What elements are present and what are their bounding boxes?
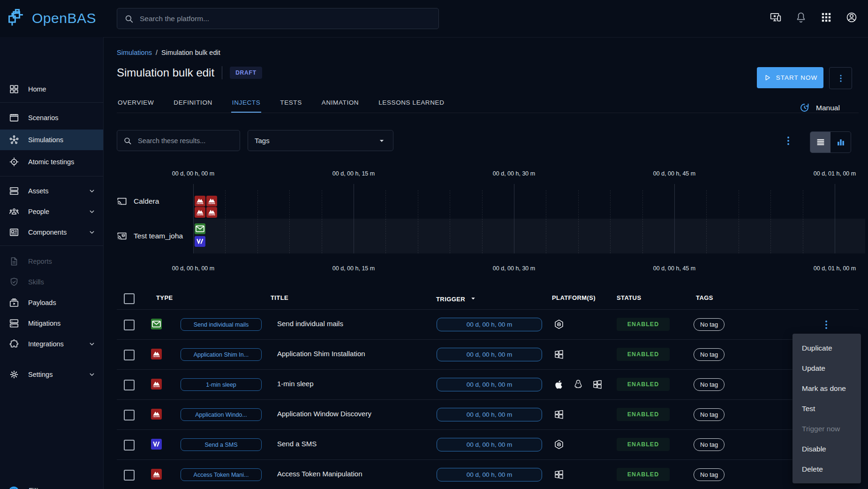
trigger-chip[interactable]: 00 d, 00 h, 00 m: [437, 348, 542, 361]
table-row[interactable]: Send individual mailsSend individual mai…: [117, 310, 859, 340]
inject-title: Send individual mails: [277, 320, 343, 328]
select-all-checkbox[interactable]: [124, 293, 135, 304]
tags-filter-select[interactable]: Tags: [248, 130, 393, 151]
row-checkbox[interactable]: [124, 380, 135, 390]
sidebar-item-simulations[interactable]: Simulations: [0, 130, 103, 150]
table-row[interactable]: CALDERAApplication Windo...Application W…: [117, 400, 859, 430]
platform-icons: [553, 469, 565, 480]
results-search-input[interactable]: [137, 137, 234, 145]
menu-item-mark-as-done[interactable]: Mark as done: [793, 378, 861, 398]
timeline-inject-caldera[interactable]: CALDERA: [195, 207, 205, 218]
sidebar-item-assets[interactable]: Assets: [0, 181, 103, 201]
tab-overview[interactable]: OVERVIEW: [117, 95, 155, 113]
platform-windows-icon: [553, 349, 565, 360]
table-row[interactable]: CALDERAApplication Shim In...Application…: [117, 340, 859, 370]
trigger-chip[interactable]: 00 d, 00 h, 00 m: [437, 468, 542, 481]
sidebar-item-payloads[interactable]: Payloads: [0, 292, 103, 313]
dns-icon: [9, 318, 19, 329]
breadcrumb-current: Simulation bulk edit: [161, 49, 220, 56]
platform-icons: [553, 439, 565, 450]
sidebar-item-people[interactable]: People: [0, 201, 103, 222]
platform-windows-icon: [553, 469, 565, 480]
column-header-label: TRIGGER: [436, 296, 465, 303]
view-toggle-group: [810, 131, 851, 153]
timeline-inject-caldera[interactable]: CALDERA: [206, 207, 217, 218]
menu-item-delete[interactable]: Delete: [793, 459, 861, 479]
sidebar-item-settings[interactable]: Settings: [0, 364, 103, 385]
menu-item-update[interactable]: Update: [793, 358, 861, 378]
row-checkbox[interactable]: [124, 320, 135, 330]
tab-animation[interactable]: ANIMATION: [321, 95, 360, 113]
trigger-chip[interactable]: 00 d, 00 h, 00 m: [437, 318, 542, 331]
sidebar-item-skills[interactable]: Skills: [0, 272, 103, 292]
sidebar-item-atomic-testings[interactable]: Atomic testings: [0, 152, 103, 172]
menu-item-duplicate[interactable]: Duplicate: [793, 338, 861, 358]
sidebar-item-filigran[interactable]: Filigran: [0, 481, 103, 489]
platform-search-input[interactable]: [139, 14, 432, 23]
column-header-tags: TAGS: [696, 294, 713, 301]
timeline-axis-label: 00 d, 00 h, 30 m: [493, 170, 535, 177]
timeline-gridline-minor: [257, 190, 258, 253]
timeline-inject-caldera[interactable]: CALDERA: [195, 196, 205, 206]
tag-chip: No tag: [694, 468, 725, 481]
sidebar-item-home[interactable]: Home: [0, 79, 103, 99]
list-view-button[interactable]: [810, 132, 830, 153]
row-checkbox[interactable]: [124, 350, 135, 360]
row-kebab-button[interactable]: [820, 319, 832, 331]
menu-item-test[interactable]: Test: [793, 398, 861, 419]
row-checkbox[interactable]: [124, 440, 135, 451]
timeline-axis-label: 00 d, 00 h, 15 m: [332, 265, 375, 272]
row-checkbox[interactable]: [124, 470, 135, 481]
trigger-chip[interactable]: 00 d, 00 h, 00 m: [437, 378, 542, 391]
timeline-gridline: [514, 184, 514, 253]
header-kebab-button[interactable]: [829, 67, 852, 89]
inject-type-icon-caldera: CALDERA: [151, 469, 162, 480]
apps-grid-icon[interactable]: [820, 11, 832, 23]
timeline-gridline-minor: [610, 190, 611, 253]
sidebar-item-components[interactable]: Components: [0, 222, 103, 243]
svg-text:CALDERA: CALDERA: [196, 214, 204, 216]
timeline-inject-sms[interactable]: [195, 236, 205, 247]
sidebar-item-scenarios[interactable]: Scenarios: [0, 107, 103, 128]
timeline-gridline: [674, 184, 675, 253]
tab-tests[interactable]: TESTS: [279, 95, 303, 113]
platform-devices-icon[interactable]: [770, 11, 782, 23]
sidebar-item-mitigations[interactable]: Mitigations: [0, 313, 103, 334]
timeline-axis-label: 00 d, 01 h, 00 m: [814, 265, 856, 272]
filters-kebab-button[interactable]: [782, 135, 794, 147]
timeline-row-label[interactable]: Test team_joha: [117, 231, 192, 241]
inject-type-icon-caldera: CALDERA: [151, 349, 162, 359]
trigger-chip[interactable]: 00 d, 00 h, 00 m: [437, 438, 542, 451]
menu-item-disable[interactable]: Disable: [793, 439, 861, 459]
status-chip: ENABLED: [617, 378, 670, 391]
start-now-button[interactable]: START NOW: [757, 67, 823, 88]
table-row[interactable]: CALDERAAccess Token Mani...Access Token …: [117, 460, 859, 489]
openbas-logo[interactable]: OpenBAS: [7, 8, 96, 29]
results-search: [117, 130, 240, 151]
column-header-trigger[interactable]: TRIGGER: [436, 294, 477, 304]
chart-view-button[interactable]: [830, 132, 851, 153]
tab-lessons-learned[interactable]: LESSONS LEARNED: [377, 95, 445, 113]
trigger-chip[interactable]: 00 d, 00 h, 00 m: [437, 408, 542, 421]
breadcrumb-simulations-link[interactable]: Simulations: [117, 49, 152, 56]
tab-definition[interactable]: DEFINITION: [173, 95, 213, 113]
timeline-inject-caldera[interactable]: CALDERA: [206, 196, 217, 206]
timeline-inject-email[interactable]: [195, 223, 205, 234]
update-refresh-icon[interactable]: [799, 102, 810, 114]
inject-title: Application Shim Installation: [277, 350, 365, 358]
inject-title: Application Window Discovery: [277, 410, 371, 418]
search-icon: [123, 136, 132, 145]
sidebar-item-label: Home: [28, 85, 97, 93]
inject-title: 1-min sleep: [277, 380, 314, 388]
sidebar-item-label: People: [28, 208, 78, 215]
tab-injects[interactable]: INJECTS: [231, 95, 261, 113]
table-row[interactable]: Send a SMSSend a SMS00 d, 00 h, 00 mENAB…: [117, 430, 859, 460]
row-checkbox[interactable]: [124, 410, 135, 420]
platform-windows-icon: [553, 409, 565, 420]
notifications-bell-icon[interactable]: [795, 11, 807, 23]
timeline-row-label[interactable]: Caldera: [117, 196, 192, 206]
table-row[interactable]: CALDERA1-min sleep1-min sleep00 d, 00 h,…: [117, 370, 859, 400]
sidebar-item-reports[interactable]: Reports: [0, 251, 103, 272]
account-circle-icon[interactable]: [845, 11, 858, 23]
sidebar-item-integrations[interactable]: Integrations: [0, 334, 103, 354]
